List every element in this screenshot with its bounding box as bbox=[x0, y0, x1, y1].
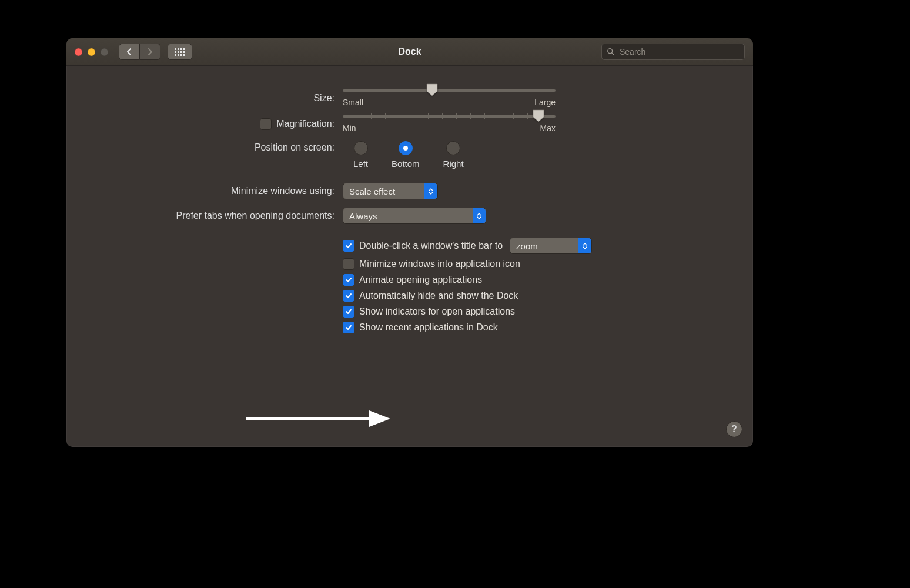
prefer-tabs-value: Always bbox=[349, 211, 377, 221]
search-icon bbox=[607, 48, 615, 56]
magnification-ticks bbox=[343, 113, 556, 119]
close-window-button[interactable] bbox=[75, 48, 82, 56]
double-click-label: Double-click a window's title bar to bbox=[359, 240, 503, 251]
position-row: Position on screen: Left Bottom Right bbox=[113, 141, 706, 169]
minimize-effect-value: Scale effect bbox=[349, 186, 395, 196]
recent-label: Show recent applications in Dock bbox=[359, 322, 498, 333]
magnification-label: Magnification: bbox=[276, 119, 334, 129]
search-input[interactable] bbox=[618, 46, 740, 57]
svg-line-1 bbox=[612, 53, 614, 55]
annotation-arrow-icon bbox=[246, 407, 393, 430]
preferences-body: Size: Small Large bbox=[66, 66, 753, 363]
minimize-into-icon-checkbox[interactable] bbox=[343, 258, 354, 270]
svg-marker-3 bbox=[369, 410, 390, 427]
position-right-radio[interactable] bbox=[446, 141, 460, 155]
grid-icon bbox=[175, 48, 185, 56]
size-label: Size: bbox=[113, 93, 343, 103]
chevron-right-icon bbox=[147, 48, 153, 55]
position-left-option[interactable]: Left bbox=[353, 141, 368, 169]
size-slider-thumb[interactable] bbox=[426, 83, 438, 96]
magnification-slider-group: Min Max bbox=[343, 115, 556, 133]
window-controls bbox=[75, 48, 108, 56]
search-field[interactable] bbox=[601, 44, 745, 60]
animate-checkbox[interactable] bbox=[343, 274, 354, 286]
zoom-window-button-disabled bbox=[101, 48, 108, 56]
position-right-label: Right bbox=[443, 159, 464, 169]
position-label: Position on screen: bbox=[113, 141, 343, 153]
magnification-slider-thumb[interactable] bbox=[533, 109, 544, 122]
back-button[interactable] bbox=[119, 44, 140, 60]
forward-button-disabled bbox=[140, 44, 160, 60]
help-icon: ? bbox=[731, 424, 737, 435]
double-click-action-select[interactable]: zoom bbox=[510, 238, 592, 254]
indicators-row: Show indicators for open applications bbox=[343, 306, 706, 318]
recent-checkbox[interactable] bbox=[343, 322, 354, 333]
preferences-window: Dock Size: Small Large bbox=[66, 38, 753, 447]
size-slider[interactable] bbox=[343, 89, 556, 92]
recent-row: Show recent applications in Dock bbox=[343, 322, 706, 333]
animate-label: Animate opening applications bbox=[359, 275, 482, 285]
double-click-checkbox[interactable] bbox=[343, 240, 354, 252]
select-stepper-icon bbox=[424, 183, 437, 199]
position-left-radio[interactable] bbox=[354, 141, 368, 155]
select-stepper-icon bbox=[578, 238, 591, 253]
double-click-row: Double-click a window's title bar to zoo… bbox=[343, 238, 706, 254]
size-slider-group: Small Large bbox=[343, 89, 556, 107]
minimize-effect-select[interactable]: Scale effect bbox=[343, 183, 438, 199]
titlebar: Dock bbox=[66, 38, 753, 66]
magnification-checkbox[interactable] bbox=[260, 118, 272, 130]
animate-row: Animate opening applications bbox=[343, 274, 706, 286]
show-all-button[interactable] bbox=[168, 44, 192, 60]
minimize-window-button[interactable] bbox=[88, 48, 95, 56]
position-bottom-radio[interactable] bbox=[399, 141, 413, 155]
magnification-slider-labels: Min Max bbox=[343, 123, 556, 133]
help-button[interactable]: ? bbox=[726, 421, 742, 437]
size-min-label: Small bbox=[343, 98, 363, 107]
magnification-row: Magnification: Min Max bbox=[113, 115, 706, 133]
double-click-action-value: zoom bbox=[516, 241, 538, 251]
prefer-tabs-label: Prefer tabs when opening documents: bbox=[113, 211, 343, 221]
autohide-checkbox[interactable] bbox=[343, 290, 354, 302]
indicators-label: Show indicators for open applications bbox=[359, 306, 515, 317]
minimize-using-row: Minimize windows using: Scale effect bbox=[113, 183, 706, 199]
size-row: Size: Small Large bbox=[113, 89, 706, 107]
checkbox-section: Double-click a window's title bar to zoo… bbox=[113, 233, 706, 338]
position-right-option[interactable]: Right bbox=[443, 141, 464, 169]
size-max-label: Large bbox=[534, 98, 556, 107]
nav-buttons bbox=[119, 44, 160, 60]
select-stepper-icon bbox=[473, 208, 486, 223]
autohide-label: Automatically hide and show the Dock bbox=[359, 290, 518, 301]
mag-min-label: Min bbox=[343, 123, 356, 133]
autohide-row: Automatically hide and show the Dock bbox=[343, 290, 706, 302]
magnification-slider[interactable] bbox=[343, 115, 556, 118]
prefer-tabs-row: Prefer tabs when opening documents: Alwa… bbox=[113, 208, 706, 224]
indicators-checkbox[interactable] bbox=[343, 306, 354, 318]
position-left-label: Left bbox=[353, 159, 368, 169]
position-bottom-label: Bottom bbox=[392, 159, 420, 169]
minimize-using-label: Minimize windows using: bbox=[113, 186, 343, 196]
mag-max-label: Max bbox=[540, 123, 556, 133]
minimize-into-icon-label: Minimize windows into application icon bbox=[359, 259, 520, 269]
prefer-tabs-select[interactable]: Always bbox=[343, 208, 486, 224]
size-slider-labels: Small Large bbox=[343, 98, 556, 107]
chevron-left-icon bbox=[126, 48, 132, 55]
position-radio-group: Left Bottom Right bbox=[353, 141, 464, 169]
minimize-into-icon-row: Minimize windows into application icon bbox=[343, 258, 706, 270]
position-bottom-option[interactable]: Bottom bbox=[392, 141, 420, 169]
